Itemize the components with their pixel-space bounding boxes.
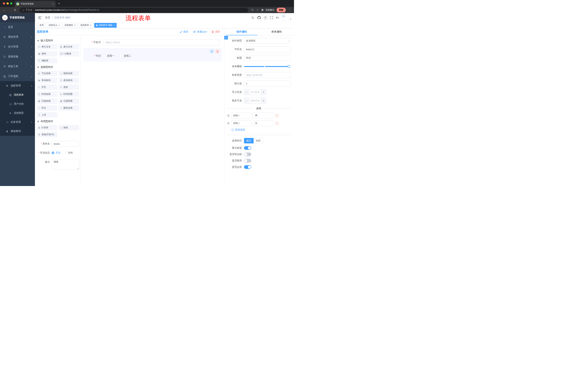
tag-close-icon[interactable]: × <box>114 24 115 27</box>
drag-handle-icon[interactable]: ☰ <box>227 122 230 125</box>
sidebar-item-user-group[interactable]: ❏ 用户分组 <box>0 99 35 108</box>
option-label-input[interactable] <box>231 113 252 118</box>
forward-icon[interactable]: → <box>7 8 12 12</box>
delete-field-button[interactable] <box>215 49 220 53</box>
copy-field-button[interactable] <box>210 49 214 53</box>
minus-button[interactable]: − <box>244 89 249 95</box>
minimize-window-button[interactable] <box>7 2 9 5</box>
address-bar[interactable]: ⚠ 不安全 dashboard.yudao.iocoder.cn/bpm/man… <box>20 8 248 12</box>
tag-process-definition[interactable]: 流程定义 × <box>47 23 62 28</box>
fullscreen-icon[interactable] <box>270 16 273 19</box>
sidebar-item-process-form[interactable]: ▤ 流程表单 <box>0 90 35 99</box>
option-value-input[interactable] <box>253 120 274 126</box>
show-label-toggle[interactable] <box>244 146 251 150</box>
minus-button[interactable]: − <box>244 98 249 103</box>
canvas-field-phone[interactable]: 手机号 <box>83 37 221 47</box>
update-browser-button[interactable]: 更新 <box>276 8 286 12</box>
sidebar-item-process-model[interactable]: ➤ 流程模型 <box>0 108 35 117</box>
palette-item[interactable]: ⊞ 表格[开发中] <box>37 132 57 137</box>
status-radio-on[interactable]: 开启 <box>52 150 60 156</box>
palette-item[interactable]: ▦ 日期选择 <box>37 98 57 104</box>
required-toggle[interactable] <box>244 165 251 169</box>
option-label-input[interactable] <box>231 120 252 126</box>
plus-button[interactable]: + <box>261 89 266 95</box>
palette-item[interactable]: ▤ 多行文本 <box>59 44 79 50</box>
view-json-button[interactable]: 查看json <box>193 30 207 33</box>
phone-field-input[interactable] <box>103 39 220 45</box>
back-icon[interactable]: ← <box>2 8 7 12</box>
help-icon[interactable]: ? <box>264 16 267 19</box>
palette-item[interactable]: ⌥ 级联选择 <box>59 71 79 76</box>
sidebar-item-process-mgmt[interactable]: ≣ 流程管理 ▴ <box>0 81 35 90</box>
palette-item[interactable]: ☑ 多选框组 <box>59 77 79 83</box>
status-radio-off[interactable]: 关闭 <box>64 150 73 156</box>
sidebar-item-leave-query[interactable]: ♟ 请假查询 <box>0 127 35 136</box>
palette-item[interactable]: ▢ 按钮 <box>59 125 79 130</box>
slider-track[interactable] <box>244 66 289 67</box>
palette-item[interactable]: ◐ 开关 <box>37 85 57 90</box>
panel-link-handle[interactable]: ∞ <box>224 36 228 40</box>
label-width-input[interactable] <box>244 72 290 78</box>
palette-item[interactable]: ◷ 时间选择 <box>37 91 57 97</box>
browser-tab[interactable]: 芋道管理系统 × <box>15 1 56 7</box>
sidebar-item-workflow[interactable]: ▥ 工作流程 ▴ <box>0 71 35 81</box>
palette-item[interactable]: ▣ 密码 <box>37 51 57 56</box>
plus-button[interactable]: + <box>261 98 266 103</box>
sidebar-item-home[interactable]: ◔ 首页 <box>0 22 35 32</box>
disabled-toggle[interactable] <box>244 159 251 162</box>
breadcrumb-home[interactable]: 首页 <box>45 16 50 19</box>
slider-handle[interactable] <box>287 65 290 68</box>
palette-item[interactable]: 123 计数器 <box>59 51 79 56</box>
save-button[interactable]: 保存 <box>179 30 188 33</box>
palette-item[interactable]: ⊷ 滑块 <box>59 85 79 90</box>
grid-slider[interactable] <box>244 64 290 69</box>
security-warning-icon[interactable]: ⚠ <box>22 9 24 11</box>
tag-close-icon[interactable]: × <box>74 24 75 27</box>
default-value-input[interactable] <box>244 81 290 86</box>
hamburger-icon[interactable] <box>38 16 42 20</box>
tag-process-form-edit[interactable]: 流程表单-编辑 × <box>94 23 117 28</box>
tab-form-props[interactable]: 表单属性 <box>259 28 294 35</box>
tag-close-icon[interactable]: × <box>58 24 60 27</box>
browser-menu-icon[interactable]: ⋮ <box>288 8 292 12</box>
style-button-button[interactable]: 按钮 <box>254 138 263 143</box>
sidebar-item-system[interactable]: ⚙ 系统管理 ▾ <box>0 32 35 42</box>
new-tab-button[interactable]: + <box>56 1 62 7</box>
border-toggle[interactable] <box>244 152 251 156</box>
drag-handle-icon[interactable]: ☰ <box>227 114 230 117</box>
checkbox-option-2[interactable]: 选项二 <box>120 54 131 57</box>
avatar-caret-icon[interactable]: ▾ <box>290 18 291 20</box>
tab-component-props[interactable]: 组件属性 <box>224 28 259 35</box>
style-default-button[interactable]: 默认 <box>244 138 254 143</box>
search-icon[interactable] <box>251 16 254 19</box>
canvas-field-gender[interactable]: 性别 选项一 选项二 <box>83 48 221 62</box>
palette-item[interactable]: ◎ 下拉选择 <box>37 71 57 76</box>
palette-item[interactable]: ▥ 行容器 <box>37 125 57 130</box>
remove-option-button[interactable]: − <box>275 114 279 117</box>
tag-process-model[interactable]: 流程模型 × <box>63 23 77 28</box>
field-name-input[interactable] <box>244 46 290 52</box>
close-window-button[interactable] <box>3 2 5 5</box>
max-select-placeholder[interactable]: 最多可选 <box>249 98 261 103</box>
sidebar-item-payment[interactable]: ¥ 支付管理 ▾ <box>0 42 35 52</box>
component-type-select[interactable]: 多选框组 ▾ <box>244 38 290 44</box>
font-size-icon[interactable]: TT <box>276 16 279 19</box>
palette-item[interactable]: ◑ 颜色选择 <box>59 105 79 111</box>
tag-home[interactable]: 首页 <box>38 23 46 28</box>
sidebar-item-infrastructure[interactable]: ⊡ 基础设施 ▾ <box>0 52 35 62</box>
checkbox-option-1[interactable]: 选项一 <box>103 54 115 57</box>
tag-process-form[interactable]: 流程表单 × <box>78 23 93 28</box>
sidebar-item-task-mgmt[interactable]: ⌥ 任务管理 ▾ <box>0 117 35 127</box>
tab-close-icon[interactable]: × <box>52 2 54 5</box>
min-select-placeholder[interactable]: 至少应选 <box>249 89 261 95</box>
sidebar-item-devtools[interactable]: ⚒ 研发工具 ▾ <box>0 62 35 71</box>
tag-close-icon[interactable]: × <box>90 24 91 27</box>
palette-item[interactable]: ↥ 上传 <box>37 112 57 117</box>
add-option-button[interactable]: + 添加选项 <box>227 128 290 132</box>
zoom-window-button[interactable] <box>10 2 12 5</box>
github-icon[interactable] <box>257 16 261 19</box>
remove-option-button[interactable]: − <box>275 122 279 125</box>
palette-item[interactable]: ☆ 评分 <box>37 105 57 111</box>
palette-item[interactable]: ▩ 日期范围 <box>59 98 79 104</box>
title-input[interactable] <box>244 55 290 61</box>
